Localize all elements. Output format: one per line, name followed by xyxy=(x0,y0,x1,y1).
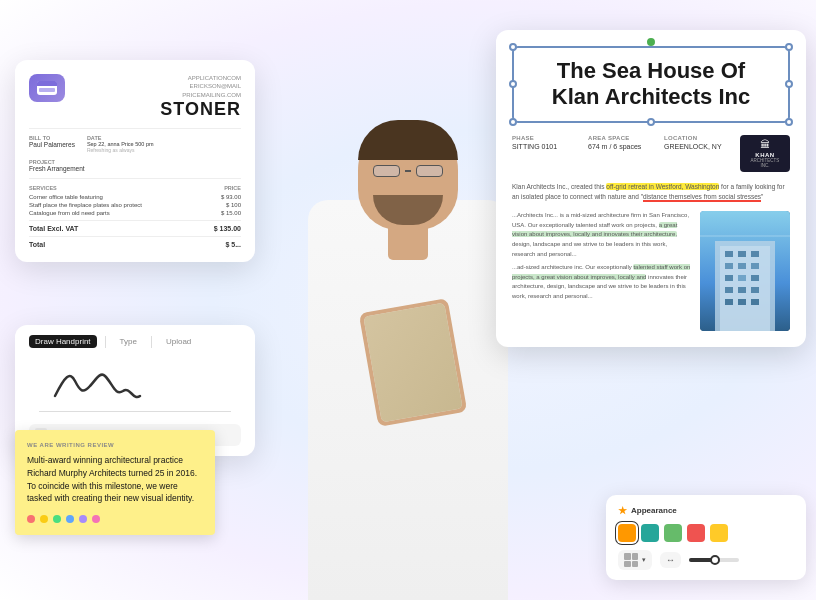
hair xyxy=(358,120,458,160)
tab-draw[interactable]: Draw Handprint xyxy=(29,335,97,348)
doc-phase: Phase SITTING 0101 xyxy=(512,135,580,172)
signature-draw-area[interactable] xyxy=(29,356,241,416)
tab-divider-2 xyxy=(151,336,152,348)
dot-blue xyxy=(66,515,74,523)
svg-rect-3 xyxy=(725,251,733,257)
invoice-date: Date Sep 22, anna Price 500 pm Refreshin… xyxy=(87,135,154,153)
slider-thumb[interactable] xyxy=(710,555,720,565)
svg-rect-10 xyxy=(738,275,746,281)
signature-tabs: Draw Handprint Type Upload xyxy=(29,335,241,348)
chevron-down-icon: ▾ xyxy=(642,556,646,564)
beard xyxy=(373,195,443,225)
grid-control[interactable]: ▾ xyxy=(618,550,652,570)
bridge xyxy=(405,170,411,172)
invoice-item-3: Catalogue from old need parts $ 15.00 xyxy=(29,210,241,216)
arrows-icon: ↔ xyxy=(666,555,675,565)
swatch-green[interactable] xyxy=(664,524,682,542)
svg-rect-17 xyxy=(751,299,759,305)
dot-purple xyxy=(79,515,87,523)
handle-bottom-mid xyxy=(647,118,655,126)
svg-rect-11 xyxy=(751,275,759,281)
svg-rect-4 xyxy=(738,251,746,257)
svg-rect-15 xyxy=(725,299,733,305)
invoice-total: Total $ 5... xyxy=(29,236,241,248)
appearance-header: ★ Appearance xyxy=(618,505,794,516)
lens-left xyxy=(373,165,400,177)
star-icon: ★ xyxy=(618,505,627,516)
highlight-offgrid: off-grid retreat in Westford, Washington xyxy=(606,183,719,190)
document-body: ...Architects Inc... is a mid-sized arch… xyxy=(512,211,790,331)
svg-rect-6 xyxy=(725,263,733,269)
handle-top-mid xyxy=(647,38,655,46)
invoice-item-1: Corner office table featuring $ 93.00 xyxy=(29,194,241,200)
swatch-teal[interactable] xyxy=(641,524,659,542)
sticky-dots xyxy=(27,515,203,523)
logo-icon xyxy=(37,81,57,95)
building-image xyxy=(700,211,790,331)
sticky-note: We are writing review Multi-award winnin… xyxy=(15,430,215,535)
handle-mid-right xyxy=(785,80,793,88)
svg-rect-14 xyxy=(751,287,759,293)
document-description: Klan Architects Inc., created this off-g… xyxy=(512,182,790,202)
tab-type[interactable]: Type xyxy=(114,335,143,348)
handle-mid-left xyxy=(509,80,517,88)
invoice-divider-2 xyxy=(29,178,241,179)
tab-upload[interactable]: Upload xyxy=(160,335,197,348)
tablet-display xyxy=(363,303,462,423)
lens-right xyxy=(416,165,443,177)
dot-pink xyxy=(92,515,100,523)
doc-area: Area Space 674 m / 6 spaces xyxy=(588,135,656,172)
document-card: The Sea House Of Klan Architects Inc Pha… xyxy=(496,30,806,347)
svg-rect-16 xyxy=(738,299,746,305)
sticky-text: Multi-award winning architectural practi… xyxy=(27,454,203,505)
invoice-item-2: Staff place the fireplace plates also pr… xyxy=(29,202,241,208)
arrow-control[interactable]: ↔ xyxy=(660,552,681,568)
document-title-box[interactable]: The Sea House Of Klan Architects Inc xyxy=(512,46,790,123)
swatch-red[interactable] xyxy=(687,524,705,542)
svg-rect-9 xyxy=(725,275,733,281)
handle-bottom-left xyxy=(509,118,517,126)
signature-baseline xyxy=(39,411,231,412)
doc-company-logo: 🏛 KHAN ARCHITECTS INC. xyxy=(740,135,790,172)
highlight-distance: distance themselves from social stresses xyxy=(643,193,761,202)
highlight-talented: talented staff work on projects, a great… xyxy=(512,264,690,280)
swatch-amber[interactable] xyxy=(710,524,728,542)
signature-svg xyxy=(29,356,241,416)
swatch-orange[interactable] xyxy=(618,524,636,542)
handle-bottom-right xyxy=(785,118,793,126)
tablet-screen xyxy=(363,303,462,423)
invoice-header: APPLICATIONCOM ERICKSON@MAIL PRICEMAILIN… xyxy=(29,74,241,120)
svg-rect-5 xyxy=(751,251,759,257)
invoice-divider-1 xyxy=(29,128,241,129)
dot-yellow xyxy=(40,515,48,523)
opacity-slider[interactable] xyxy=(689,558,739,562)
company-line2: ERICKSON@MAIL xyxy=(160,82,241,90)
company-line1: APPLICATIONCOM xyxy=(160,74,241,82)
invoice-services-header: Services Price xyxy=(29,185,241,191)
building-svg xyxy=(700,211,790,331)
invoice-logo xyxy=(29,74,65,102)
invoice-brand: STONER xyxy=(160,99,241,120)
invoice-company-block: APPLICATIONCOM ERICKSON@MAIL PRICEMAILIN… xyxy=(160,74,241,120)
svg-rect-12 xyxy=(725,287,733,293)
doc-logo-sub: ARCHITECTS INC. xyxy=(746,158,784,168)
handle-top-left xyxy=(509,43,517,51)
color-swatches xyxy=(618,524,794,542)
grid-icon xyxy=(624,553,638,567)
glasses xyxy=(373,165,443,177)
dot-green xyxy=(53,515,61,523)
svg-rect-7 xyxy=(738,263,746,269)
document-meta-row: Phase SITTING 0101 Area Space 674 m / 6 … xyxy=(512,135,790,172)
tab-divider xyxy=(105,336,106,348)
dot-red xyxy=(27,515,35,523)
doc-location: Location GREENLOCK, NY xyxy=(664,135,732,172)
highlight-projects: a great vision about improves, locally a… xyxy=(512,222,677,238)
sticky-label: We are writing review xyxy=(27,442,203,448)
head xyxy=(358,120,458,230)
appearance-label: Appearance xyxy=(631,506,677,515)
appearance-panel: ★ Appearance ▾ ↔ xyxy=(606,495,806,580)
appearance-controls: ▾ ↔ xyxy=(618,550,794,570)
invoice-card: APPLICATIONCOM ERICKSON@MAIL PRICEMAILIN… xyxy=(15,60,255,262)
doc-logo-icon: 🏛 xyxy=(760,139,770,150)
invoice-total-excl: Total Excl. VAT $ 135.00 xyxy=(29,220,241,232)
